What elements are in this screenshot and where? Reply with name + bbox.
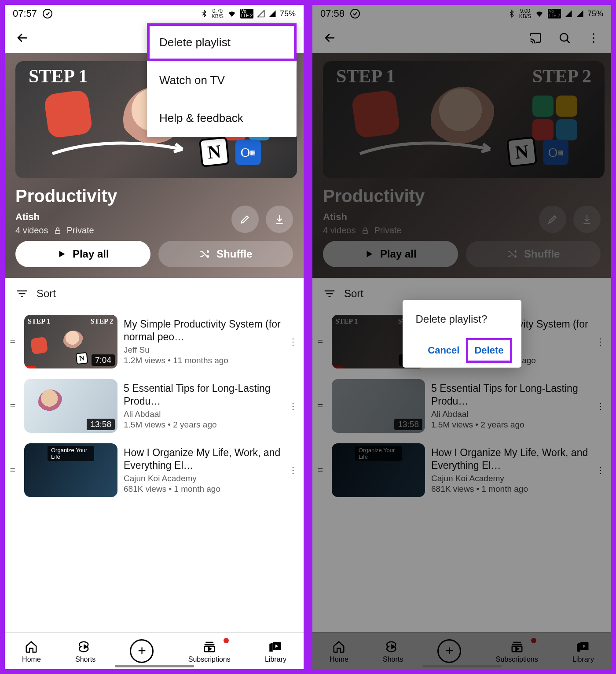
list-item[interactable]: = STEP 1 STEP 2 N 7:04 My Simple Product… xyxy=(5,309,304,374)
drag-handle-icon[interactable]: = xyxy=(7,464,18,476)
shuffle-button[interactable]: Shuffle xyxy=(158,241,293,267)
video-title: My Simple Productivity System (for norma… xyxy=(124,318,282,343)
video-channel: Cajun Koi Academy xyxy=(124,474,282,483)
playlist-title: Productivity xyxy=(15,186,293,206)
item-menu-button[interactable]: ⋮ xyxy=(289,401,297,411)
bluetooth-icon xyxy=(200,9,208,18)
library-icon xyxy=(268,639,283,655)
video-thumbnail[interactable]: Organize Your Life xyxy=(24,443,117,497)
video-channel: Jeff Su xyxy=(124,345,282,355)
drag-handle-icon[interactable]: = xyxy=(7,336,18,347)
video-title: How I Organize My Life, Work, and Everyt… xyxy=(124,446,282,472)
home-indicator[interactable] xyxy=(115,665,194,667)
nav-library[interactable]: Library xyxy=(265,639,286,663)
nav-home[interactable]: Home xyxy=(22,639,41,663)
status-bar: 07:57 0.70KB/S VoLTE 2 75% xyxy=(5,5,304,22)
svg-point-0 xyxy=(43,9,52,18)
dialog-cancel-button[interactable]: Cancel xyxy=(422,340,466,361)
delete-dialog: Delete playlist? Cancel Delete xyxy=(403,300,521,368)
download-button[interactable] xyxy=(266,206,293,233)
video-thumbnail[interactable]: 13:58 xyxy=(24,379,117,433)
screenshot-right: 07:58 9.00KB/S VoLTE 2 75% ⋮ xyxy=(310,3,613,671)
video-meta: 1.2M views • 11 months ago xyxy=(124,356,282,365)
overflow-menu: Delete playlist Watch on TV Help & feedb… xyxy=(147,23,297,137)
play-all-button[interactable]: Play all xyxy=(15,241,150,267)
video-meta: 1.5M views • 2 years ago xyxy=(124,420,282,430)
dialog-title: Delete playlist? xyxy=(416,313,510,325)
sort-button[interactable]: Sort xyxy=(5,278,304,309)
focus-mode-icon xyxy=(42,8,53,19)
lte-badge: VoLTE 2 xyxy=(240,9,253,18)
video-title: 5 Essential Tips for Long-Lasting Produ… xyxy=(124,382,282,408)
home-icon xyxy=(23,639,39,655)
bottom-navigation: Home Shorts + Subscriptions Library xyxy=(5,632,304,669)
subscriptions-icon xyxy=(202,639,217,655)
screenshot-left: 07:57 0.70KB/S VoLTE 2 75% STE xyxy=(3,3,306,671)
back-button[interactable] xyxy=(11,26,34,49)
edit-button[interactable] xyxy=(231,206,259,233)
video-channel: Ali Abdaal xyxy=(124,409,282,419)
plus-icon: + xyxy=(130,639,154,663)
nav-create[interactable]: + xyxy=(130,639,154,663)
status-time: 07:57 xyxy=(13,8,37,19)
video-list: = STEP 1 STEP 2 N 7:04 My Simple Product… xyxy=(5,309,304,632)
dialog-delete-button[interactable]: Delete xyxy=(468,340,510,361)
menu-watch-on-tv[interactable]: Watch on TV xyxy=(147,61,297,99)
menu-delete-playlist[interactable]: Delete playlist xyxy=(147,23,297,61)
menu-help-feedback[interactable]: Help & feedback xyxy=(147,99,297,137)
list-item[interactable]: = Organize Your Life How I Organize My L… xyxy=(5,438,304,502)
shorts-icon xyxy=(77,639,93,655)
item-menu-button[interactable]: ⋮ xyxy=(289,336,297,347)
nav-subscriptions[interactable]: Subscriptions xyxy=(188,639,231,663)
item-menu-button[interactable]: ⋮ xyxy=(289,465,297,475)
battery-percent: 75% xyxy=(280,9,296,18)
signal-icon-2 xyxy=(268,10,276,18)
nav-shorts[interactable]: Shorts xyxy=(75,639,95,663)
svg-rect-1 xyxy=(55,230,60,234)
notification-dot-icon xyxy=(224,638,229,643)
video-thumbnail[interactable]: STEP 1 STEP 2 N 7:04 xyxy=(24,315,117,368)
lock-icon xyxy=(54,227,62,235)
signal-icon-1 xyxy=(257,10,265,18)
video-meta: 681K views • 1 month ago xyxy=(124,484,282,494)
list-item[interactable]: = 13:58 5 Essential Tips for Long-Lastin… xyxy=(5,374,304,438)
drag-handle-icon[interactable]: = xyxy=(7,400,18,412)
wifi-icon xyxy=(227,9,237,18)
network-rate: 0.70KB/S xyxy=(212,8,224,19)
